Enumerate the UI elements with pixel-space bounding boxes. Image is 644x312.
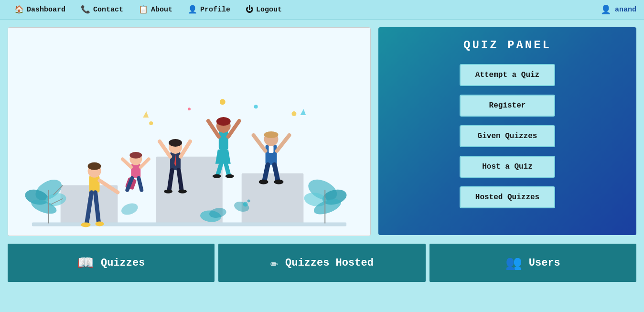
- hosted-quizzes-btn[interactable]: Hosted Quizzes: [460, 186, 555, 208]
- nav-items: 🏠 Dashboard 📞 Contact 📋 About 👤 Profile …: [8, 2, 601, 17]
- main-content: QUIZ PANEL Attempt a Quiz Register Given…: [0, 20, 644, 244]
- given-quizzes-btn[interactable]: Given Quizzes: [460, 125, 555, 147]
- profile-icon: 👤: [188, 5, 197, 14]
- quizzes-label: Quizzes: [101, 257, 145, 269]
- quizzes-card[interactable]: 📖 Quizzes: [8, 244, 215, 282]
- nav-contact-label: Contact: [93, 6, 123, 14]
- nav-dashboard[interactable]: 🏠 Dashboard: [8, 2, 72, 17]
- svg-marker-50: [215, 150, 231, 164]
- logout-icon: ⏻: [246, 5, 253, 14]
- svg-point-62: [264, 131, 279, 138]
- svg-point-48: [178, 190, 187, 194]
- nav-about[interactable]: 📋 About: [132, 2, 179, 17]
- nav-profile-label: Profile: [200, 6, 230, 14]
- nav-user: 👤 anand: [601, 4, 636, 15]
- svg-point-22: [247, 200, 250, 203]
- svg-rect-60: [269, 146, 274, 153]
- quizzes-hosted-label: Quizzes Hosted: [285, 257, 374, 269]
- svg-point-42: [169, 139, 182, 147]
- svg-point-73: [254, 105, 258, 108]
- nav-dashboard-label: Dashboard: [27, 6, 65, 14]
- svg-rect-23: [89, 176, 100, 193]
- image-panel: [8, 27, 371, 236]
- nav-logout-label: Logout: [256, 6, 282, 14]
- phone-icon: 📞: [81, 5, 90, 14]
- attempt-quiz-btn[interactable]: Attempt a Quiz: [460, 64, 555, 86]
- bottom-cards: 📖 Quizzes ✏️ Quizzes Hosted 👥 Users: [0, 244, 644, 290]
- svg-line-65: [265, 165, 268, 181]
- svg-point-30: [96, 222, 104, 226]
- quiz-panel: QUIZ PANEL Attempt a Quiz Register Given…: [378, 27, 636, 235]
- svg-point-69: [149, 121, 153, 125]
- svg-point-68: [274, 180, 284, 184]
- svg-point-71: [220, 99, 225, 105]
- quizzes-hosted-card[interactable]: ✏️ Quizzes Hosted: [218, 244, 425, 282]
- navbar: 🏠 Dashboard 📞 Contact 📋 About 👤 Profile …: [0, 0, 644, 20]
- svg-point-67: [259, 180, 268, 184]
- register-btn[interactable]: Register: [460, 95, 555, 117]
- quiz-panel-title: QUIZ PANEL: [463, 39, 551, 52]
- svg-point-21: [243, 202, 248, 207]
- svg-rect-4: [32, 222, 346, 226]
- svg-point-58: [225, 174, 234, 178]
- nav-contact[interactable]: 📞 Contact: [74, 2, 130, 17]
- svg-line-56: [226, 164, 229, 175]
- svg-point-52: [216, 117, 231, 126]
- svg-line-66: [275, 165, 278, 181]
- nav-profile[interactable]: 👤 Profile: [181, 2, 237, 17]
- users-label: Users: [529, 257, 560, 269]
- svg-point-72: [188, 108, 191, 110]
- svg-point-70: [291, 111, 296, 116]
- book-icon: 📖: [77, 255, 94, 271]
- svg-rect-49: [219, 130, 228, 150]
- nav-logout[interactable]: ⏻ Logout: [239, 2, 289, 17]
- svg-point-33: [129, 152, 142, 159]
- hero-illustration: [8, 28, 370, 236]
- home-icon: 🏠: [14, 5, 24, 14]
- svg-point-25: [88, 162, 101, 170]
- svg-rect-3: [242, 173, 304, 224]
- nav-username: anand: [615, 6, 636, 14]
- svg-rect-31: [131, 164, 140, 178]
- host-quiz-btn[interactable]: Host a Quiz: [460, 156, 555, 178]
- svg-point-29: [81, 222, 91, 227]
- users-card[interactable]: 👥 Users: [429, 244, 636, 282]
- svg-line-46: [179, 170, 182, 190]
- svg-line-45: [169, 170, 172, 190]
- svg-point-57: [213, 174, 221, 178]
- svg-point-47: [164, 190, 172, 194]
- users-icon: 👥: [505, 255, 522, 271]
- about-icon: 📋: [139, 5, 148, 14]
- edit-icon: ✏️: [270, 255, 279, 271]
- user-avatar-icon: 👤: [601, 4, 611, 15]
- nav-about-label: About: [151, 6, 172, 14]
